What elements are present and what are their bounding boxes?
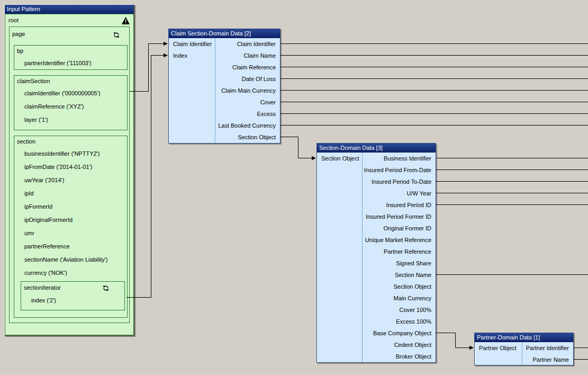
output-port-insured-period-from-date[interactable]: Insured Period From-Date — [363, 164, 436, 176]
output-port-claim-name[interactable]: Claim Name — [215, 50, 280, 61]
output-port-label: Partner Reference — [384, 248, 431, 255]
output-port-claim-reference[interactable]: Claim Reference — [215, 61, 280, 73]
sectionIterator-label: sectionIterator — [24, 284, 61, 291]
output-port-label: Original Former ID — [384, 225, 431, 231]
output-port-last-booked-currency[interactable]: Last Booked Currency — [215, 120, 280, 131]
output-port-main-currency[interactable]: Main Currency — [363, 292, 436, 304]
tree-node-bp[interactable]: bp partnerIdentifier ('111003') — [14, 45, 128, 70]
output-port-cover[interactable]: Cover — [215, 96, 280, 108]
output-port-label: U/W Year — [407, 190, 431, 197]
input-port-claim-identifier[interactable]: Claim Identifier — [169, 38, 215, 50]
output-port-label: Insured Period From-Date — [364, 167, 431, 173]
input-port-label: Partner Object — [479, 345, 517, 351]
tree-node-sectionIterator[interactable]: sectionIterator index ('2') — [21, 281, 125, 310]
input-port-label: Claim Identifier — [173, 41, 212, 47]
tree-field-sectionName[interactable]: sectionName ('Aviation Liability') — [14, 253, 127, 266]
output-port-label: Section Object — [238, 134, 276, 140]
output-port-label: Claim Identifier — [237, 41, 276, 47]
tree-field-claimReference[interactable]: claimReference ('XYZ') — [14, 100, 127, 113]
function-box-title: Section-Domain Data [3] — [317, 144, 436, 153]
tree-field-ipFormerId[interactable]: ipFormerId — [14, 200, 127, 213]
output-port-label: Main Currency — [393, 295, 431, 301]
bp-label: bp — [14, 46, 127, 57]
function-box-section-domain-data[interactable]: Section-Domain Data [3] Section Object B… — [316, 143, 436, 363]
output-port-label: Insured Period To-Date — [372, 178, 431, 185]
output-port-partner-reference[interactable]: Partner Reference — [363, 246, 436, 257]
output-port-base-company-object[interactable]: Base Company Object — [363, 327, 436, 339]
tree-field-ipFromDate[interactable]: ipFromDate ('2014-01-01') — [14, 160, 127, 174]
output-port-partner-name[interactable]: Partner Name — [522, 354, 573, 365]
output-port-insured-period-id[interactable]: Insured Period ID — [363, 199, 436, 211]
tree-field-ipOriginalFormerId[interactable]: ipOriginalFormerId — [14, 213, 127, 227]
output-port-label: Insured Period ID — [386, 202, 431, 208]
arrowhead-icon — [164, 53, 168, 57]
input-port-section-object[interactable]: Section Object — [317, 153, 362, 164]
tree-node-root[interactable]: root — [5, 14, 133, 26]
output-port-insured-period-to-date[interactable]: Insured Period To-Date — [363, 176, 436, 188]
output-port-label: Excess — [257, 111, 276, 117]
output-port-date-of-loss[interactable]: Date Of Loss — [215, 73, 280, 85]
iterate-icon — [102, 284, 110, 291]
tree-field-layer[interactable]: layer ('1') — [14, 113, 127, 127]
arrowhead-icon — [312, 156, 316, 160]
function-box-title: Partner-Domain Data [1] — [475, 333, 573, 342]
root-label: root — [8, 17, 19, 23]
tree-field-currency[interactable]: currency ('NOK') — [14, 266, 127, 280]
output-port-uw-year[interactable]: U/W Year — [363, 188, 436, 199]
output-port-label: Signed Share — [396, 260, 431, 266]
tree-field-uwYear[interactable]: uwYear ('2014') — [14, 174, 127, 187]
output-port-partner-identifier[interactable]: Partner Identifier — [522, 342, 573, 354]
output-port-claim-main-currency[interactable]: Claim Main Currency — [215, 85, 280, 96]
warning-icon — [122, 16, 130, 24]
output-port-label: Cedent Object — [394, 342, 431, 348]
connection-line-section-object[interactable] — [281, 137, 312, 158]
connection-line-base-company-object[interactable] — [436, 333, 470, 348]
output-port-section-object[interactable]: Section Object — [215, 131, 280, 143]
arrowhead-icon — [469, 346, 474, 350]
input-pattern-content: root page bp partnerIdentifier ('111003'… — [5, 14, 134, 335]
claimSection-label: claimSection — [14, 76, 127, 87]
output-port-insured-period-former-id[interactable]: Insured Period Former ID — [363, 211, 436, 222]
tree-field-ipId[interactable]: ipId — [14, 187, 127, 200]
output-port-signed-share[interactable]: Signed Share — [363, 257, 436, 269]
output-port-excess[interactable]: Excess — [215, 108, 280, 120]
output-port-unique-market-reference[interactable]: Unique Market Reference — [363, 234, 436, 246]
output-port-label: Last Booked Currency — [218, 122, 276, 129]
output-port-label: Unique Market Reference — [365, 237, 431, 243]
iterate-icon — [113, 30, 120, 37]
tree-field-claimIdentifier[interactable]: claimIdentifier ('0000000005') — [14, 87, 127, 100]
tree-node-section[interactable]: section businessIdentifier ('NPTTY2') ip… — [14, 136, 128, 318]
output-port-broker-object[interactable]: Broker Object — [363, 351, 436, 362]
input-port-index[interactable]: Index — [169, 50, 215, 61]
input-port-partner-object[interactable]: Partner Object — [475, 342, 522, 354]
input-port-label: Section Object — [321, 155, 359, 162]
function-box-claim-section-domain-data[interactable]: Claim Section-Domain Data [2] Claim Iden… — [168, 29, 281, 144]
tree-field-partnerIdentifier[interactable]: partnerIdentifier ('111003') — [14, 57, 127, 70]
output-port-label: Section Object — [393, 283, 431, 290]
tree-node-page[interactable]: page bp partnerIdentifier ('111003') cla… — [9, 26, 130, 323]
output-port-label: Cover — [260, 99, 276, 105]
output-port-label: Date Of Loss — [242, 76, 276, 82]
output-port-label: Partner Name — [533, 356, 569, 363]
page-label: page — [12, 31, 25, 37]
output-port-label: Broker Object — [396, 353, 431, 360]
function-box-partner-domain-data[interactable]: Partner-Domain Data [1] Partner Object P… — [474, 333, 574, 365]
output-port-label: Partner Identifier — [526, 345, 569, 351]
output-port-claim-identifier[interactable]: Claim Identifier — [215, 38, 280, 50]
tree-field-businessIdentifier[interactable]: businessIdentifier ('NPTTY2') — [14, 147, 127, 160]
output-port-business-identifier[interactable]: Business Identifier — [363, 153, 436, 164]
tree-field-umr[interactable]: umr — [14, 227, 127, 240]
output-port-label: Excess 100% — [396, 318, 431, 325]
tree-field-index[interactable]: index ('2') — [21, 293, 124, 307]
output-port-section-object[interactable]: Section Object — [363, 281, 436, 292]
tree-field-partnerReference[interactable]: partnerReference — [14, 240, 127, 253]
output-port-cedent-object[interactable]: Cedent Object — [363, 339, 436, 351]
tree-node-claimSection[interactable]: claimSection claimIdentifier ('000000000… — [14, 75, 128, 130]
output-port-label: Base Company Object — [373, 330, 431, 336]
output-port-excess-100[interactable]: Excess 100% — [363, 316, 436, 327]
output-port-cover-100[interactable]: Cover 100% — [363, 304, 436, 316]
connection-line-claimIdentifier[interactable] — [130, 44, 164, 92]
output-port-section-name[interactable]: Section Name — [363, 269, 436, 281]
input-pattern-window[interactable]: Input Pattern root page bp partnerIdenti… — [4, 4, 134, 336]
output-port-original-former-id[interactable]: Original Former ID — [363, 222, 436, 234]
